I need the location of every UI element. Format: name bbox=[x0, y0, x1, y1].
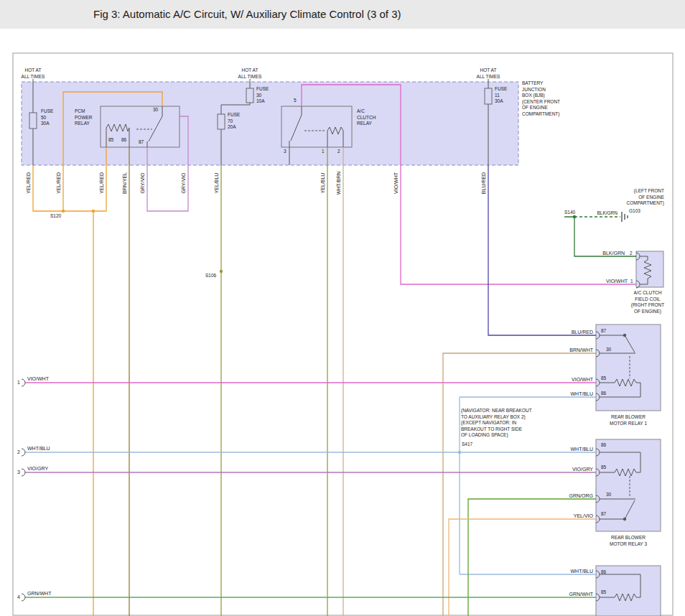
coil-pin1-wire-label: VIO/WHT bbox=[593, 278, 628, 284]
ground-location-label: (LEFT FRONTOF ENGINECOMPARTMENT) bbox=[607, 188, 664, 207]
relayb-pin-86: 86 bbox=[601, 569, 606, 576]
wire-label-brn-yel: BRN/YEL bbox=[122, 167, 129, 199]
coil-pin2-wire-label: BLK/GRN bbox=[589, 250, 625, 256]
hot-at-all-times-2: HOT ATALL TIMES bbox=[233, 67, 266, 80]
wire-label-yel-blu-2: YEL/BLU bbox=[320, 167, 327, 199]
pcm-pin-86: 86 bbox=[121, 137, 126, 144]
bjb-label: BATTERYJUNCTIONBOX (BJB) (CENTER FRONTOF… bbox=[522, 80, 560, 117]
relay1-pin-86: 86 bbox=[601, 391, 606, 397]
connector-4-number: 4 bbox=[17, 594, 20, 600]
wire-label-vio-wht: VIO/WHT bbox=[393, 167, 401, 199]
pcm-pin-85: 85 bbox=[108, 137, 113, 144]
ac-pin-1: 1 bbox=[322, 149, 325, 155]
rear-blower-relay3-box bbox=[596, 439, 661, 531]
coil-pin-1: 1 bbox=[630, 279, 633, 285]
wire-blu-red bbox=[488, 165, 596, 335]
connector-2-number: 2 bbox=[17, 449, 20, 455]
splice-s120-label: S120 bbox=[50, 213, 61, 220]
relay3-wire-wht-blu: WHT/BLU bbox=[556, 446, 593, 452]
connector-1-number: 1 bbox=[17, 379, 20, 386]
wire-label-yel-red-3: YEL/RED bbox=[99, 167, 106, 199]
splice-s417-dot bbox=[458, 451, 461, 454]
wire-label-blu-red: BLU/RED bbox=[481, 167, 488, 199]
relay1-wire-wht-blu: WHT/BLU bbox=[556, 391, 593, 397]
junction-dot bbox=[92, 210, 95, 213]
connector-4-wire: GRN/WHT bbox=[27, 590, 51, 597]
fuse-70-label: FUSE7020A bbox=[228, 112, 240, 131]
relay1-wire-blu-red: BLU/RED bbox=[556, 329, 593, 335]
relay3-wire-grn-org: GRN/ORG bbox=[556, 493, 593, 499]
hot-at-all-times-3: HOT ATALL TIMES bbox=[472, 67, 505, 80]
relay1-caption: REAR BLOWERMOTOR RELAY 1 bbox=[594, 414, 663, 426]
connector-1-wire: VIO/WHT bbox=[27, 375, 49, 382]
relay3-wire-yel-vio: YEL/VIO bbox=[556, 513, 593, 519]
relayb-wire-grn-wht: GRN/WHT bbox=[556, 591, 593, 597]
relayb-pin-85: 85 bbox=[601, 589, 606, 596]
relay1-pin-30: 30 bbox=[606, 347, 611, 353]
navigator-note: (NAVIGATOR: NEAR BREAKOUTTO AUXILIARY RE… bbox=[461, 408, 532, 439]
ground-id-label: G103 bbox=[629, 208, 640, 215]
relayb-wire-wht-blu: WHT/BLU bbox=[556, 568, 593, 574]
pcm-pin-30: 30 bbox=[153, 107, 158, 113]
wire-label-gry-vio-2: GRY/VIO bbox=[181, 167, 188, 199]
splice-s106-label: S106 bbox=[205, 273, 216, 279]
field-coil-caption: A/C CLUTCHFIELD COIL(RIGHT FRONTOF ENGIN… bbox=[622, 290, 674, 314]
bjb-band bbox=[22, 82, 518, 165]
connector-3-wire: VIO/GRY bbox=[27, 465, 48, 472]
splice-s106-dot bbox=[220, 270, 223, 273]
ground-wire-label: BLK/GRN bbox=[582, 210, 618, 217]
wiring-diagram-canvas bbox=[0, 0, 685, 616]
relay3-pin-85: 85 bbox=[601, 465, 606, 471]
connector-2-wire: WHT/BLU bbox=[27, 445, 50, 452]
splice-s120-dot bbox=[62, 210, 65, 213]
splice-s417-label: S417 bbox=[462, 442, 472, 448]
fuse-30-label: FUSE3010A bbox=[256, 86, 269, 105]
fuse-50-label: FUSE5030A bbox=[41, 108, 53, 127]
connector-3-number: 3 bbox=[17, 469, 20, 475]
ground-g103-icon bbox=[622, 212, 628, 222]
ac-pin-2: 2 bbox=[337, 149, 340, 155]
pcm-relay-label: PCMPOWERRELAY bbox=[75, 108, 93, 127]
relay3-pin-86: 86 bbox=[601, 442, 606, 449]
relay3-caption: REAR BLOWERMOTOR RELAY 3 bbox=[594, 535, 663, 547]
rear-blower-relay1-box bbox=[596, 325, 661, 411]
relay3-wire-vio-gry: VIO/GRY bbox=[556, 466, 593, 472]
hot-at-all-times-1: HOT ATALL TIMES bbox=[17, 67, 50, 80]
wire-label-wht-brn: WHT/BRN bbox=[336, 167, 343, 199]
wire-label-gry-vio-1: GRY/VIO bbox=[140, 167, 147, 199]
relay1-wire-brn-wht: BRN/WHT bbox=[556, 347, 593, 353]
connector-arcs bbox=[22, 253, 640, 601]
fuse-11-label: FUSE1130A bbox=[495, 86, 507, 105]
ac-pin-3: 3 bbox=[284, 149, 286, 155]
relay1-wire-vio-wht: VIO/WHT bbox=[556, 376, 593, 383]
splice-s140-label: S140 bbox=[564, 210, 575, 216]
wire-label-yel-red-2: YEL/RED bbox=[56, 167, 63, 199]
relay1-pin-87: 87 bbox=[601, 328, 606, 335]
relay3-pin-87: 87 bbox=[601, 511, 606, 518]
coil-pin-2: 2 bbox=[630, 251, 633, 257]
relay1-pin-85: 85 bbox=[601, 375, 606, 382]
wire-label-yel-red-1: YEL/RED bbox=[26, 167, 33, 199]
ac-pin-5: 5 bbox=[294, 98, 297, 104]
relay3-pin-30: 30 bbox=[606, 492, 611, 498]
ac-relay-label: A/CCLUTCHRELAY bbox=[357, 108, 376, 127]
wire-label-yel-blu-1: YEL/BLU bbox=[214, 167, 221, 199]
pcm-pin-87: 87 bbox=[139, 139, 144, 146]
